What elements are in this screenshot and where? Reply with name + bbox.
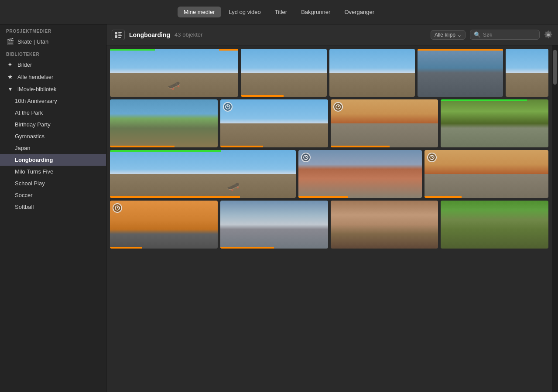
clip-thumbnail bbox=[331, 99, 438, 147]
search-input[interactable] bbox=[483, 32, 536, 38]
progress-orange bbox=[424, 196, 462, 198]
clip-thumbnail bbox=[331, 201, 438, 249]
clip-thumbnail bbox=[220, 99, 328, 147]
clip-thumbnail bbox=[110, 201, 218, 249]
sidebar-item-imovie-bibliotek[interactable]: ▾ iMovie-bibliotek bbox=[0, 83, 106, 95]
sidebar-item-alle-hendelser[interactable]: ★ Alle hendelser bbox=[0, 71, 106, 83]
top-toolbar: Mine medier Lyd og video Titler Bakgrunn… bbox=[0, 0, 558, 24]
sidebar-item-softball[interactable]: Softball bbox=[0, 201, 106, 213]
clip-item[interactable] bbox=[331, 99, 438, 147]
clip-thumbnail: 🛹 bbox=[110, 49, 238, 97]
skater-figure: 🛹 bbox=[168, 79, 181, 92]
sidebar-item-at-the-park[interactable]: At the Park bbox=[0, 107, 106, 119]
media-grid: 🛹 bbox=[106, 45, 552, 392]
skate-utah-label: Skate | Utah bbox=[17, 38, 100, 45]
clip-thumbnail bbox=[329, 49, 415, 97]
clip-item[interactable] bbox=[424, 150, 548, 198]
photos-icon: ✦ bbox=[6, 61, 14, 68]
sidebar-item-birthday-party[interactable]: Birthday Party bbox=[0, 119, 106, 130]
clip-item[interactable] bbox=[220, 201, 328, 249]
sidebar-item-japan[interactable]: Japan bbox=[0, 142, 106, 154]
progress-orange bbox=[331, 146, 390, 147]
tab-overganger[interactable]: Overganger bbox=[338, 7, 380, 17]
clip-item[interactable] bbox=[418, 49, 503, 97]
content-count: 43 objekter bbox=[175, 31, 202, 38]
skater-figure-2: 🛹 bbox=[227, 181, 240, 193]
clip-thumbnail bbox=[441, 99, 548, 147]
clip-item[interactable] bbox=[298, 150, 422, 198]
progress-orange bbox=[110, 146, 175, 147]
clip-item[interactable] bbox=[329, 49, 415, 97]
progress-gap bbox=[527, 99, 548, 101]
progress-orange bbox=[220, 146, 264, 147]
svg-rect-0 bbox=[115, 32, 117, 34]
clip-item[interactable]: 🛹 bbox=[110, 150, 296, 198]
clip-progress-bottom bbox=[110, 196, 296, 198]
grid-row-2 bbox=[110, 99, 548, 147]
clip-thumbnail: 🛹 bbox=[110, 150, 296, 198]
view-toggle-button[interactable] bbox=[112, 30, 125, 40]
clip-progress-bottom bbox=[298, 196, 422, 198]
content-title: Longboarding bbox=[129, 31, 170, 38]
clip-item[interactable] bbox=[441, 99, 548, 147]
clip-progress-top bbox=[110, 49, 238, 51]
scrollbar-track[interactable] bbox=[552, 45, 558, 392]
search-icon: 🔍 bbox=[474, 31, 481, 38]
tab-mine-medier[interactable]: Mine medier bbox=[178, 7, 221, 17]
clip-item[interactable] bbox=[441, 201, 548, 249]
progress-gap bbox=[155, 49, 219, 51]
slow-motion-badge bbox=[113, 203, 122, 213]
tab-titler[interactable]: Titler bbox=[269, 7, 293, 17]
search-box: 🔍 bbox=[470, 30, 540, 40]
progress-orange bbox=[219, 49, 238, 51]
svg-rect-5 bbox=[118, 37, 121, 38]
svg-rect-3 bbox=[115, 35, 117, 38]
slow-motion-badge bbox=[223, 102, 233, 112]
clip-item[interactable] bbox=[331, 201, 438, 249]
clip-item[interactable] bbox=[110, 201, 218, 249]
clip-thumbnail bbox=[506, 49, 548, 97]
clip-item[interactable] bbox=[506, 49, 548, 97]
clip-item[interactable] bbox=[110, 99, 218, 147]
progress-orange bbox=[220, 247, 274, 249]
sidebar-item-10th-anniversary[interactable]: 10th Anniversary bbox=[0, 95, 106, 107]
clip-item[interactable] bbox=[220, 99, 328, 147]
grid-row-4 bbox=[110, 201, 548, 249]
slow-motion-badge bbox=[333, 102, 343, 112]
tab-bakgrunner[interactable]: Bakgrunner bbox=[295, 7, 336, 17]
sidebar-item-soccer[interactable]: Soccer bbox=[0, 189, 106, 201]
svg-rect-2 bbox=[118, 34, 121, 34]
progress-orange bbox=[241, 95, 284, 97]
clip-item[interactable]: 🛹 bbox=[110, 49, 238, 97]
clip-thumbnail bbox=[110, 99, 218, 147]
sidebar-item-skate-utah[interactable]: 🎬 Skate | Utah bbox=[0, 35, 106, 48]
sidebar: PROSJEKTMEDIER 🎬 Skate | Utah BIBLIOTEKE… bbox=[0, 24, 106, 392]
sidebar-item-bilder[interactable]: ✦ Bilder bbox=[0, 58, 106, 71]
imovie-bibliotek-label: iMovie-bibliotek bbox=[17, 86, 100, 92]
filter-label: Alle klipp bbox=[435, 32, 455, 38]
clip-progress-top bbox=[110, 150, 296, 152]
clip-progress-bottom bbox=[220, 146, 328, 147]
progress-green bbox=[110, 150, 221, 152]
clip-progress-top bbox=[441, 99, 548, 101]
content-area: Longboarding 43 objekter Alle klipp ⌄ 🔍 bbox=[106, 24, 558, 392]
tab-lyd-og-video[interactable]: Lyd og video bbox=[223, 7, 267, 17]
clip-progress-bottom bbox=[424, 196, 548, 198]
filter-dropdown[interactable]: Alle klipp ⌄ bbox=[431, 30, 466, 40]
biblioteker-label: BIBLIOTEKER bbox=[0, 48, 106, 58]
film-icon: 🎬 bbox=[6, 38, 14, 45]
clip-thumbnail bbox=[424, 150, 548, 198]
sidebar-item-gymnastics[interactable]: Gymnastics bbox=[0, 130, 106, 142]
scrollbar-thumb[interactable] bbox=[553, 50, 557, 85]
progress-orange bbox=[110, 247, 142, 249]
settings-button[interactable] bbox=[544, 31, 553, 39]
sidebar-item-longboarding[interactable]: Longboarding bbox=[0, 154, 106, 166]
clip-progress-bottom bbox=[241, 95, 326, 97]
sidebar-item-milo-turns-five[interactable]: Milo Turns Five bbox=[0, 166, 106, 177]
alle-hendelser-label: Alle hendelser bbox=[17, 74, 100, 80]
svg-rect-4 bbox=[118, 35, 122, 36]
clip-progress-bottom bbox=[331, 146, 438, 147]
clip-item[interactable] bbox=[241, 49, 326, 97]
sidebar-item-school-play[interactable]: School Play bbox=[0, 177, 106, 189]
svg-rect-1 bbox=[118, 32, 122, 33]
